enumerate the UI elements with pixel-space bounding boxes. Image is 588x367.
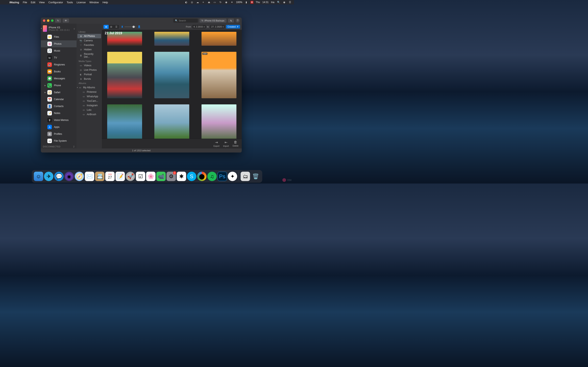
sidebar-item-calendar[interactable]: 📅Calendar [41, 96, 77, 103]
photo-thumbnail[interactable]: HDR [201, 52, 236, 98]
menu-window[interactable]: Window [89, 1, 99, 4]
chevron-right-icon[interactable]: ▶ [44, 91, 46, 93]
clock-day[interactable]: Thu [256, 1, 260, 4]
import-button[interactable]: ⇤ Import [223, 140, 229, 147]
apple-logo-icon[interactable] [2, 1, 6, 4]
menu-view[interactable]: View [39, 1, 45, 4]
menu-tools[interactable]: Tools [67, 1, 73, 4]
photo-thumbnail[interactable] [154, 52, 189, 98]
dock-safari[interactable]: 🧭 [75, 172, 84, 181]
sort-dropdown[interactable]: Created ⇵ [226, 25, 240, 29]
status-icon[interactable]: ✦ [230, 1, 233, 4]
sidebar-item-phone[interactable]: ▶📞Phone [41, 82, 77, 89]
dock-launchpad[interactable]: 🚀 [126, 172, 135, 181]
library-item-portrait[interactable]: ◐Portrait [77, 72, 102, 77]
close-button[interactable] [43, 19, 45, 22]
app-name[interactable]: iMazing [9, 1, 19, 4]
dock-downloads[interactable]: 🗂 [241, 172, 250, 181]
sidebar-item-music[interactable]: 🎵Music [41, 47, 77, 54]
album-item[interactable]: ▭Instagram [77, 103, 102, 108]
dock-app[interactable]: 💬 [54, 172, 64, 181]
library-item-favorites[interactable]: ♡Favorites [77, 43, 102, 47]
dock-slack[interactable]: ✱ [177, 172, 186, 181]
sidebar-item-messages[interactable]: 💬Messages [41, 75, 77, 82]
flag-icon[interactable]: ✚ [251, 1, 253, 4]
status-icon[interactable]: ◐ [185, 1, 188, 4]
status-icon[interactable]: ◎ [190, 1, 194, 4]
library-item-all-photos[interactable]: ⊞All Photos [77, 34, 101, 38]
my-albums-item[interactable]: ▭ My Albums [77, 85, 102, 90]
slider-track[interactable] [125, 26, 136, 27]
timemachine-icon[interactable]: ↻ [219, 1, 222, 4]
refresh-button[interactable]: ↻ [55, 18, 61, 23]
spotlight-icon[interactable]: 🔍 [277, 1, 280, 4]
library-item-bursts[interactable]: ⊕Bursts [77, 77, 102, 81]
status-icon[interactable]: ☁ [196, 1, 199, 4]
sidebar-item-file-system[interactable]: 🗂File System [41, 137, 77, 144]
sidebar-item-files[interactable]: 📁Files [41, 33, 77, 40]
library-item-hidden[interactable]: ⊘Hidden [77, 47, 102, 52]
photo-thumbnail[interactable] [154, 32, 189, 46]
clock-time[interactable]: 14:31 [262, 1, 268, 4]
view-list[interactable]: ☰ [114, 25, 119, 29]
delete-button[interactable]: 🗑 Delete [233, 140, 238, 147]
dock-reminders[interactable]: ☑ [136, 172, 145, 181]
zoom-button[interactable] [51, 19, 53, 22]
dock-facetime[interactable]: 📹 [156, 172, 166, 181]
sidebar-item-apps[interactable]: AApps [41, 124, 77, 131]
dock-telegram[interactable]: ✈ [44, 172, 53, 181]
dock-notes[interactable]: 📝 [116, 172, 125, 181]
menu-help[interactable]: Help [103, 1, 108, 4]
sidebar-item-profiles[interactable]: ⚙Profiles [41, 131, 77, 137]
dock-trash[interactable]: 🗑️ [251, 172, 260, 181]
battery-icon[interactable]: ▮ [245, 1, 248, 4]
sidebar-item-books[interactable]: 📖Books [41, 68, 77, 75]
view-grid-small[interactable]: ⊟ [109, 25, 114, 29]
slider-thumb[interactable] [132, 26, 135, 28]
album-item[interactable]: ▭Pinterest [77, 90, 102, 94]
quicklook-button[interactable]: 👁 [63, 18, 69, 23]
view-grid-large[interactable]: ⊞ [104, 25, 109, 29]
help-button[interactable]: ? [236, 18, 240, 23]
sidebar-item-tv[interactable]: tvTV [41, 54, 77, 61]
photo-thumbnail[interactable] [201, 32, 236, 46]
menu-edit[interactable]: Edit [31, 1, 35, 4]
photo-thumbnail[interactable] [201, 104, 236, 139]
backups-button[interactable]: ↻ iPhone XS Backups [199, 18, 226, 23]
photo-thumbnail[interactable] [154, 104, 189, 139]
date-stepper[interactable]: ▴▾ [204, 26, 205, 28]
to-date-input[interactable]: 27. 2.2020 ▴▾ [210, 25, 225, 29]
album-item[interactable]: ▭Lulu [77, 108, 102, 112]
sidebar-item-photos[interactable]: 🌸Photos [41, 40, 77, 47]
battery-percent[interactable]: 100% [236, 1, 242, 4]
sidebar-item-ringtones[interactable]: 🔊Ringtones [41, 61, 77, 68]
library-item-camera[interactable]: 📷Camera [77, 38, 102, 43]
wifi-icon[interactable]: ◉ [225, 1, 228, 4]
dock-settings[interactable]: ⚙1 [167, 172, 176, 181]
library-item-videos[interactable]: ▭Videos [77, 63, 102, 68]
dock-skype[interactable]: S [187, 172, 196, 181]
library-item-recently-del-[interactable]: 🗑Recently Del... [77, 52, 102, 59]
device-header[interactable]: ▼ iPhone XS iPhone XS · iOS 13.3.1 ⏚ [41, 24, 77, 33]
sidebar-item-contacts[interactable]: 👤Contacts [41, 103, 77, 110]
dock-calendar[interactable]: FEB27 [105, 172, 115, 181]
album-item[interactable]: ▭YouCam... [77, 99, 102, 103]
dock-mail[interactable]: ✉️ [85, 172, 94, 181]
notifications-icon[interactable]: ☰ [288, 1, 292, 4]
chevron-down-icon[interactable]: ▼ [41, 27, 42, 30]
dock-app[interactable]: ✦ [228, 172, 237, 181]
photo-grid-container[interactable]: 21 Jul 2019 HDR [102, 30, 242, 139]
dock-photoshop[interactable]: Ps [218, 172, 227, 181]
status-icon[interactable]: ⏏ [208, 1, 211, 4]
menu-file[interactable]: File [23, 1, 27, 4]
photo-thumbnail[interactable] [107, 52, 142, 98]
export-button[interactable]: ⇥ Export [214, 140, 219, 147]
dock-finder[interactable]: ☺ [34, 172, 43, 181]
dock-photos[interactable]: 🌸 [146, 172, 156, 181]
sidebar-item-voice-memos[interactable]: 🎙Voice Memos [41, 117, 77, 124]
sidebar-item-notes[interactable]: 📝Notes [41, 110, 77, 117]
menu-license[interactable]: License [77, 1, 86, 4]
user-name[interactable]: Ina [271, 1, 274, 4]
library-item-live-photos[interactable]: ◎Live Photos [77, 68, 102, 72]
photo-thumbnail[interactable] [107, 104, 142, 139]
